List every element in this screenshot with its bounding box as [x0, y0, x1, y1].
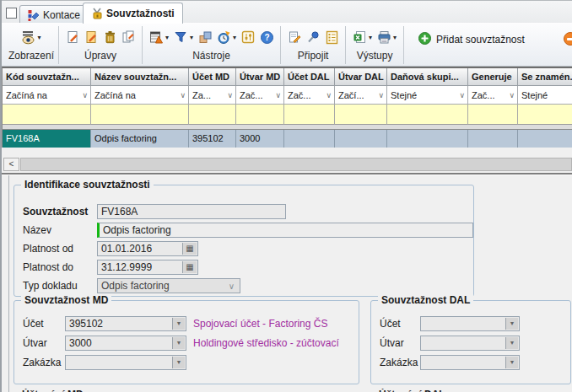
settings-sliders-icon[interactable] — [239, 28, 257, 48]
filter-dropdown[interactable]: Zač...∨ — [468, 86, 518, 105]
filter-dropdown[interactable]: Zač...∨ — [284, 86, 335, 105]
typ-dokladu-combobox: Odpis factoring∨ — [97, 278, 240, 293]
nazev-field[interactable]: Odpis factoring — [97, 223, 473, 238]
view-dropdown-arrow-icon[interactable]: ▾ — [38, 34, 41, 41]
souvztaznosti-grid: Kód souvztažn... Název souvztažn... Účet… — [2, 67, 572, 148]
field-label-typ-dokladu: Typ dokladu — [23, 278, 78, 293]
column-header[interactable]: Daňová skupi... — [387, 68, 468, 86]
column-header[interactable]: Generuje — [468, 68, 518, 86]
groupbox-legend: Souvztažnost DAL — [378, 294, 473, 306]
filter-dropdown[interactable]: Zač...∨ — [236, 86, 284, 105]
toolbar-group-pripojit: Připojit — [285, 25, 341, 62]
row-cell-ucet-md[interactable]: 395102 — [189, 130, 236, 148]
souvztaznosti-icon — [91, 8, 103, 19]
copy-record-icon[interactable] — [119, 28, 138, 48]
grid-filter-input-row — [3, 105, 572, 125]
filter-dropdown[interactable]: Za...∨ — [189, 86, 236, 105]
tab-souvztaznosti[interactable]: Souvztažnosti — [83, 3, 183, 24]
remove-minus-icon[interactable] — [564, 32, 572, 46]
filter-input-cell[interactable] — [236, 105, 284, 125]
filter-input-cell[interactable] — [3, 105, 91, 125]
scroll-left-button[interactable]: < — [3, 158, 19, 171]
list-actions-icon[interactable] — [147, 28, 165, 48]
checklist-icon[interactable] — [322, 28, 341, 48]
groupbox-legend: Souvztažnost MD — [21, 294, 111, 306]
filter-dropdown[interactable]: Začíná na∨ — [91, 86, 189, 105]
toolbar-separator — [403, 26, 404, 64]
edit-record-icon[interactable] — [82, 28, 100, 48]
column-header[interactable]: Název souvztažn... — [91, 68, 189, 86]
chevron-down-icon: ∨ — [229, 280, 235, 293]
tab-kontace[interactable]: Kontace — [19, 5, 89, 24]
column-header[interactable]: Útvar MD — [236, 68, 284, 86]
filter-input-cell[interactable] — [387, 105, 468, 125]
calendar-icon[interactable]: ▦ — [182, 261, 197, 273]
column-header[interactable]: Účet MD — [189, 68, 236, 86]
link-icon[interactable] — [196, 28, 214, 48]
delete-record-icon[interactable] — [100, 28, 119, 48]
tab-souvztaznosti-label: Souvztažnosti — [106, 8, 175, 19]
excel-export-icon[interactable] — [350, 28, 369, 48]
excel-dropdown-arrow-icon[interactable]: ▾ — [369, 34, 372, 41]
toolbar-group-nastroje: ▾ ▾ ▾ ? Nástroje — [147, 25, 276, 62]
new-record-icon[interactable] — [63, 28, 82, 48]
view-eye-icon[interactable] — [19, 28, 38, 48]
column-header[interactable]: Účet DAL — [284, 68, 335, 86]
lookup-arrow-icon: ▼ — [505, 318, 518, 330]
column-header[interactable]: Kód souvztažn... — [3, 68, 91, 86]
filter-dropdown[interactable]: Stejné∨ — [387, 86, 468, 105]
field-label-platnost-od: Platnost od — [23, 241, 73, 256]
window-checkbox[interactable] — [6, 8, 17, 19]
row-cell-utvar-dal[interactable] — [335, 130, 387, 148]
add-souvztaznost-label: Přidat souvztažnost — [436, 34, 525, 46]
table-row[interactable]: FV168A Odpis factoring 395102 3000 — [3, 130, 572, 148]
filter-dropdown[interactable]: Začíná na∨ — [3, 86, 91, 105]
horizontal-scrollbar[interactable]: < — [3, 158, 572, 171]
row-cell-kod[interactable]: FV168A — [3, 130, 91, 148]
history-clock-icon[interactable] — [214, 28, 233, 48]
filter-input-cell[interactable] — [335, 105, 387, 125]
ucet-dal-field: ▼ — [420, 316, 520, 331]
toolbar-group-zobrazeni: ▾ Zobrazení — [8, 25, 54, 62]
filter-input-cell[interactable] — [284, 105, 335, 125]
filter-input-cell[interactable] — [518, 105, 572, 125]
row-cell-znamenko[interactable] — [518, 130, 572, 148]
pin-icon[interactable] — [304, 28, 322, 48]
scrollbar-thumb[interactable] — [20, 158, 572, 171]
tab-kontace-label: Kontace — [43, 9, 80, 21]
cutoff-legend-right: Účtování DAL — [379, 389, 445, 392]
toolbar-separator — [280, 26, 281, 64]
print-dropdown-arrow-icon[interactable]: ▾ — [393, 34, 397, 41]
column-header[interactable]: Se znamén... — [518, 68, 572, 86]
chevron-down-icon: ∨ — [275, 91, 281, 99]
chevron-down-icon: ∨ — [326, 91, 332, 99]
filter-dropdown-arrow-icon[interactable]: ▾ — [190, 34, 193, 41]
history-dropdown-arrow-icon[interactable]: ▾ — [233, 34, 236, 41]
row-cell-utvar-md[interactable]: 3000 — [236, 130, 284, 148]
row-cell-danova[interactable] — [387, 130, 468, 148]
calendar-icon[interactable]: ▦ — [182, 243, 197, 255]
application-window: Kontace Souvztažnosti ▾ Zobrazení Úpravy — [0, 0, 572, 392]
filter-input-cell[interactable] — [91, 105, 189, 125]
field-label-platnost-do: Platnost do — [23, 260, 73, 275]
field-label-souvztaznost: Souvztažnost — [23, 204, 88, 219]
lookup-arrow-icon: ▼ — [172, 318, 185, 330]
filter-input-cell[interactable] — [189, 105, 236, 125]
toolbar-separator — [58, 26, 59, 64]
add-souvztaznost-button[interactable]: Přidat souvztažnost — [418, 32, 525, 47]
column-header[interactable]: Útvar DAL — [335, 68, 387, 86]
attach-note-icon[interactable] — [285, 28, 304, 48]
filter-input-cell[interactable] — [468, 105, 518, 125]
row-cell-generuje[interactable] — [468, 130, 518, 148]
row-cell-ucet-dal[interactable] — [284, 130, 335, 148]
filter-dropdown[interactable]: Stejné — [518, 86, 572, 105]
toolbar-group-vystupy: ▾ ▾ Výstupy — [350, 25, 399, 62]
row-cell-nazev[interactable]: Odpis factoring — [91, 130, 189, 148]
filter-icon[interactable] — [171, 28, 190, 48]
field-label-ucet-dal: Účet — [380, 316, 401, 331]
print-icon[interactable] — [375, 28, 393, 48]
field-label-ucet-md: Účet — [23, 316, 44, 331]
help-icon[interactable]: ? — [257, 28, 276, 48]
list-actions-dropdown-arrow-icon[interactable]: ▾ — [165, 34, 169, 41]
filter-dropdown[interactable]: Začí...∨ — [335, 86, 387, 105]
